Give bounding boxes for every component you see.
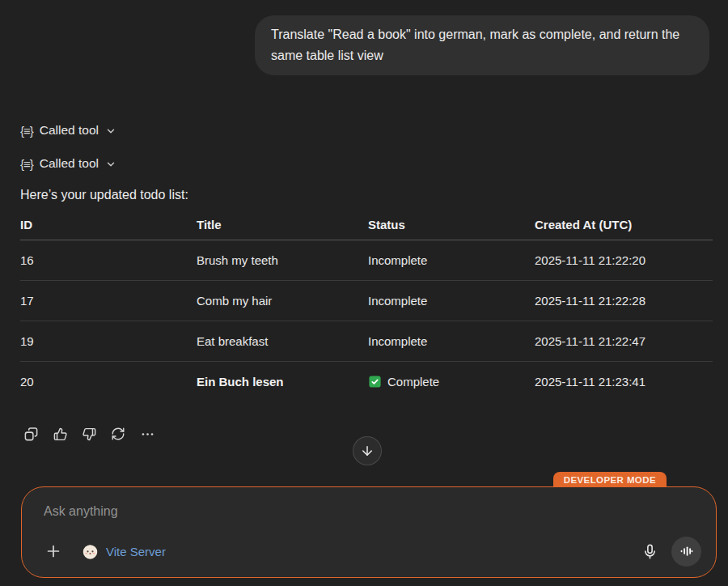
cell-id: 19 (20, 321, 197, 361)
table-row: 16 Brush my teeth Incomplete 2025-11-11 … (20, 240, 713, 280)
voice-waveform-icon (679, 544, 694, 558)
composer-toolbar: Vite Server (40, 536, 701, 567)
cell-status: Incomplete (368, 321, 535, 361)
scroll-to-bottom-button[interactable] (353, 436, 382, 465)
more-options-icon (140, 427, 155, 442)
connector-label: Vite Server (106, 545, 166, 558)
voice-mode-button[interactable] (671, 537, 701, 567)
cell-status: Incomplete (368, 280, 535, 321)
user-message-bubble: Translate "Read a book" into german, mar… (255, 15, 709, 75)
message-input[interactable] (44, 504, 694, 519)
cell-title: Eat breakfast (197, 321, 368, 361)
connector-chip[interactable]: Vite Server (82, 543, 166, 560)
called-tool-toggle[interactable]: {≡} Called tool (20, 155, 116, 172)
attach-button[interactable] (40, 537, 67, 565)
called-tool-label: Called tool (40, 123, 99, 138)
cell-title: Ein Buch lesen (197, 361, 368, 401)
table-header-row: ID Title Status Created At (UTC) (20, 210, 713, 240)
table-row: 20 Ein Buch lesen Complete 2025-11-11 21… (20, 361, 713, 401)
user-message-row: Translate "Read a book" into german, mar… (0, 15, 709, 75)
column-header-title: Title (197, 210, 368, 240)
chat-page: Translate "Read a book" into german, mar… (0, 0, 728, 586)
cell-id: 20 (20, 361, 197, 401)
cell-created-at: 2025-11-11 21:22:28 (535, 280, 713, 321)
thumbs-up-button[interactable] (52, 426, 68, 442)
complete-checkbox-icon (368, 375, 382, 389)
regenerate-icon (111, 427, 125, 441)
called-tool-toggle[interactable]: {≡} Called tool (20, 121, 116, 139)
thumbs-up-icon (53, 427, 68, 442)
plus-icon (44, 542, 62, 560)
more-options-button[interactable] (139, 426, 155, 442)
tool-braces-icon: {≡} (20, 124, 33, 138)
table-row: 19 Eat breakfast Incomplete 2025-11-11 2… (20, 321, 713, 361)
user-message-text: Translate "Read a book" into german, mar… (271, 28, 679, 62)
thumbs-down-button[interactable] (81, 426, 97, 442)
cell-created-at: 2025-11-11 21:22:20 (535, 240, 713, 280)
todo-table: ID Title Status Created At (UTC) 16 Brus… (20, 210, 713, 401)
column-header-created-at: Created At (UTC) (535, 210, 713, 240)
called-tool-label: Called tool (40, 156, 99, 171)
chevron-down-icon (105, 125, 116, 137)
cell-title: Comb my hair (197, 280, 368, 321)
cell-status: Complete (368, 361, 535, 401)
column-header-status: Status (368, 210, 535, 240)
composer: Vite Server (21, 486, 717, 578)
microphone-icon (641, 543, 658, 560)
chevron-down-icon (105, 159, 116, 170)
arrow-down-icon (360, 444, 375, 458)
regenerate-button[interactable] (110, 426, 126, 442)
tool-braces-icon: {≡} (20, 157, 33, 171)
cell-title: Brush my teeth (197, 240, 368, 280)
copy-button[interactable] (23, 426, 39, 442)
thumbs-down-icon (82, 427, 97, 442)
assistant-intro-text: Here’s your updated todo list: (20, 188, 188, 202)
cell-id: 16 (20, 240, 197, 280)
column-header-id: ID (20, 210, 197, 240)
cell-id: 17 (20, 280, 197, 321)
server-emoji-icon (82, 543, 99, 560)
developer-mode-label: DEVELOPER MODE (564, 475, 656, 485)
cell-created-at: 2025-11-11 21:23:41 (535, 361, 713, 401)
message-actions (23, 426, 155, 442)
status-text: Complete (387, 375, 439, 389)
copy-icon (23, 427, 39, 442)
dictate-button[interactable] (636, 537, 663, 565)
developer-mode-badge: DEVELOPER MODE (553, 472, 667, 488)
table-row: 17 Comb my hair Incomplete 2025-11-11 21… (20, 280, 713, 321)
cell-created-at: 2025-11-11 21:22:47 (535, 321, 713, 361)
cell-status: Incomplete (368, 240, 535, 280)
